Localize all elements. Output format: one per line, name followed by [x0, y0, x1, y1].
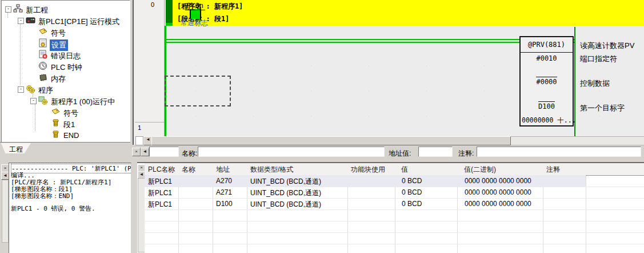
- tree-item-label[interactable]: 内存: [51, 74, 66, 84]
- col-address[interactable]: 地址: [216, 165, 230, 175]
- cx-programmer-workspace: - 新工程 - 新PLC1[CP1E] 运行模式 符号 设置: [0, 0, 644, 253]
- collapse-left-icon[interactable]: ◄: [1, 172, 9, 180]
- instruction-operand3: D100: [538, 101, 555, 110]
- cell-type: UINT_BCD (BCD,通道): [250, 188, 321, 198]
- instruction-title: @PRV(881): [521, 41, 573, 49]
- instruction-operand2: #0000: [536, 77, 557, 86]
- collapse-left-icon[interactable]: ◄: [141, 148, 149, 156]
- tree-item-label[interactable]: PLC 时钟: [51, 62, 82, 73]
- tree-item-label[interactable]: 新工程: [26, 5, 48, 15]
- watch-row[interactable]: 新PLC1 A270 UINT_BCD (BCD,通道) 0 BCD 0000 …: [145, 175, 644, 187]
- tree-item-label[interactable]: 段1: [63, 120, 75, 130]
- collapse-toggle-icon[interactable]: -: [30, 98, 37, 104]
- comment-left-bar: [166, 0, 173, 23]
- ladder-canvas[interactable]: [程序名 : 新程序1] [段名称 : 段1] P_On 常通标志 @PRV(8…: [165, 0, 644, 136]
- project-tree: - 新工程 - 新PLC1[CP1E] 运行模式 符号 设置: [1, 0, 130, 143]
- project-icon: [13, 4, 23, 14]
- cell-value: 0 BCD: [402, 188, 422, 196]
- row-divider: [145, 232, 644, 233]
- comment-field-input[interactable]: [477, 147, 641, 157]
- tree-item-label[interactable]: 新程序1 (00)运行中: [51, 97, 115, 107]
- rung-number-margin[interactable]: 0 1: [135, 0, 165, 136]
- address-field-input[interactable]: [418, 147, 453, 157]
- settings-icon: [38, 38, 48, 48]
- address-field-label: 地址值:: [389, 149, 411, 159]
- program-icon: [38, 96, 48, 105]
- tree-item-label[interactable]: 错误日志: [51, 51, 81, 61]
- comment-field-label: 注释:: [458, 149, 474, 159]
- cell-value: 0 BCD: [402, 200, 422, 208]
- col-fb-usage[interactable]: 功能块使用: [351, 165, 385, 175]
- plc-icon: [26, 15, 35, 25]
- instruction-operand2-wrap[interactable]: #0000: [521, 78, 573, 86]
- instruction-separator: [521, 52, 573, 53]
- cell-binary: 0000 0000 0000 0000: [465, 188, 531, 196]
- watch-row[interactable]: 新PLC1 D100 UINT_BCD (BCD,通道) 0 BCD 0000 …: [145, 198, 644, 209]
- close-icon[interactable]: ×: [1, 164, 9, 172]
- hscrollbar-corner: [135, 136, 143, 145]
- name-field-label: 名称:: [182, 149, 197, 159]
- tree-item-label[interactable]: 新PLC1[CP1E] 运行模式: [38, 17, 119, 27]
- section-icon: [51, 118, 61, 128]
- ladder-diagram-window: 0 1 [程序名 : 新程序1] [段名称 : 段1] P_On 常通标志: [133, 0, 644, 145]
- cell-plc: 新PLC1: [148, 177, 172, 187]
- tree-item-label[interactable]: 符号: [63, 108, 78, 118]
- col-plc-name[interactable]: PLC名称: [148, 165, 175, 175]
- output-window: × ◄ --------------- PLC: '新PLC1' (PL 编译.…: [0, 162, 131, 253]
- memory-icon: [38, 73, 48, 82]
- error-log-icon: [38, 50, 48, 60]
- tab-project[interactable]: 工程: [1, 143, 31, 153]
- row-divider: [145, 209, 644, 210]
- cell-binary: 0000 0000 0000 0000: [465, 200, 531, 208]
- tree-item-label[interactable]: 程序: [38, 85, 53, 96]
- output-vscrollbar[interactable]: [2, 180, 9, 243]
- cell-type: UINT_BCD (BCD,通道): [250, 200, 321, 209]
- contact-left-leg: [190, 9, 191, 19]
- contact-symbol-name[interactable]: P_On: [185, 2, 205, 10]
- collapse-toggle-icon[interactable]: -: [18, 86, 24, 93]
- compile-output-text[interactable]: --------------- PLC: '新PLC1' (PL 编译... […: [9, 163, 131, 253]
- watch-table[interactable]: PLC名称 名称 地址 数据类型/格式 功能块使用 值 值(二进制) 注释 新P…: [145, 163, 644, 253]
- tree-item-label[interactable]: 符号: [51, 28, 66, 38]
- col-name[interactable]: 名称: [182, 165, 195, 175]
- close-icon[interactable]: ×: [132, 148, 141, 156]
- programs-icon: [26, 84, 35, 94]
- cell-plc: 新PLC1: [148, 188, 172, 198]
- row-divider: [145, 221, 644, 222]
- output-line: [梯形图段名称：END]: [11, 192, 74, 200]
- collapse-toggle-icon[interactable]: -: [18, 18, 24, 24]
- instruction-block-prv[interactable]: @PRV(881) #0010 #0000 D100 00000000 十...: [519, 36, 574, 126]
- rung1-number: 1: [138, 124, 141, 131]
- section-icon: [51, 130, 61, 140]
- rung-comment-banner[interactable]: [程序名 : 新程序1] [段名称 : 段1]: [166, 0, 644, 26]
- symbols-icon: [51, 107, 61, 117]
- instruction-operand1[interactable]: #0010: [521, 54, 573, 62]
- tree-item-label-selected[interactable]: 设置: [50, 39, 68, 51]
- col-comment[interactable]: 注释: [546, 165, 560, 175]
- tree-item-label[interactable]: END: [63, 131, 79, 140]
- col-value-binary[interactable]: 值(二进制): [464, 165, 496, 175]
- tree-guide: [20, 21, 21, 85]
- cell-binary: 0000 0000 0000 0000: [465, 177, 531, 185]
- tab-project-label: 工程: [1, 143, 31, 155]
- watch-row[interactable]: 新PLC1 A271 UINT_BCD (BCD,通道) 0 BCD 0000 …: [145, 187, 644, 198]
- cell-plc: 新PLC1: [148, 200, 172, 209]
- ladder-cursor[interactable]: [165, 76, 231, 106]
- col-data-type[interactable]: 数据类型/格式: [250, 165, 293, 175]
- contact-on-state[interactable]: [191, 9, 200, 19]
- operand-info-bar: × ◄ 名称: 地址值: 注释:: [131, 145, 644, 162]
- cell-type: UINT_BCD (BCD,通道): [250, 177, 321, 187]
- hscrollbar-thumb[interactable]: [151, 136, 511, 145]
- cell-address: A271: [216, 188, 232, 196]
- instruction-operand3-wrap[interactable]: D100: [521, 102, 573, 110]
- name-field-input[interactable]: [198, 147, 385, 157]
- col-value[interactable]: 值: [401, 165, 408, 175]
- watch-window: × ◄ PLC名称 名称 地址 数据类型/格式: [137, 162, 644, 253]
- rung0-number: 0: [151, 1, 154, 8]
- power-flow-line: [166, 39, 519, 43]
- collapse-toggle-icon[interactable]: -: [5, 6, 11, 13]
- ladder-hscrollbar[interactable]: ◄: [135, 136, 644, 145]
- tree-tab-bar: 工程: [0, 142, 130, 155]
- tree-guide: [35, 102, 35, 131]
- output-summary-line: 新PLC1 - 0 错误, 0 警告.: [11, 204, 95, 213]
